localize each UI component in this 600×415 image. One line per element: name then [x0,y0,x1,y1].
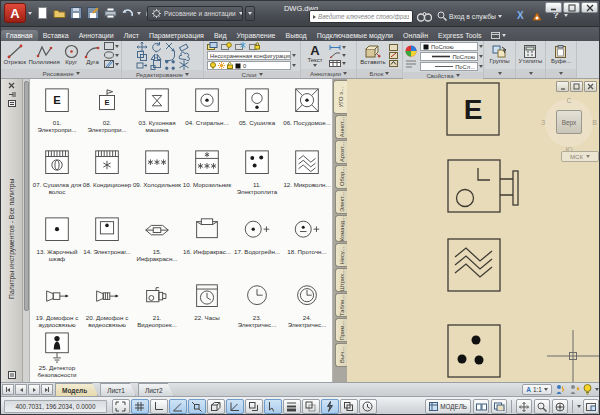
palette-item[interactable]: 03. Кухонная машина [132,87,182,149]
ribbon-tab[interactable]: Лист [119,30,144,41]
palette-tab[interactable]: Табли... [335,293,347,317]
palette-item[interactable]: 16. Инфракрас... [182,216,232,282]
palette-item[interactable]: 14. Электронаг... [82,216,132,282]
insert-block-button[interactable]: Вставить [359,45,387,66]
layout-tab[interactable]: Модель [55,383,98,396]
ribbon-tab[interactable]: Express Tools [433,30,486,41]
first-tab-button[interactable] [2,384,14,395]
block-attributes-tool[interactable] [389,60,398,67]
layer-off-icon[interactable] [221,42,232,50]
lineweight-toggle[interactable] [283,399,301,414]
doc-restore-button[interactable] [570,81,583,92]
create-block-tool[interactable] [389,44,398,51]
search-collapse-icon[interactable] [313,15,316,19]
layout-tab[interactable]: Лист2 [138,383,174,396]
ribbon-tab[interactable]: Управление [232,30,281,41]
palette-item[interactable]: 20. Домофон с видеосвязью [82,282,132,332]
polyline-button[interactable]: Полилиния [29,44,60,66]
binoculars-icon[interactable] [417,11,432,22]
modify-panel-title[interactable]: Редактирование [122,70,203,78]
palette-item[interactable]: 15. Инфракрасн... [132,216,182,282]
layer-properties-icon[interactable] [207,42,218,50]
color-wheel-icon[interactable] [405,45,417,57]
annotation-visibility-icon[interactable] [555,384,566,395]
palette-item[interactable]: 06. Посудомое... [282,87,332,149]
palette-scrollbar[interactable] [23,79,30,382]
layer-state-dropdown[interactable]: Несохраненная конфигурация сло... [207,51,291,60]
palette-item[interactable]: 12. Микроволн... [282,149,332,216]
palette-item[interactable]: 18. Проточн... [282,216,332,282]
palette-autohide-icon[interactable] [8,91,16,98]
lineweight-dropdown[interactable]: ПоСлою [420,52,478,61]
help-search-field[interactable]: Введите ключевое слово/фразу [309,10,413,23]
steering-wheel-button[interactable] [552,399,568,414]
palette-item[interactable]: E01. Электропри... [32,87,82,149]
layer-dropdown[interactable]: 0 [207,61,291,70]
palette-item[interactable]: 11. Электроплита [232,149,282,216]
ellipse-tool[interactable] [104,51,119,59]
quick-properties-toggle[interactable] [321,399,339,414]
zoom-button[interactable] [534,399,550,414]
palette-scrollbar-thumb[interactable] [24,81,29,311]
block-e[interactable]: E [446,82,500,136]
palette-tab[interactable]: Обор... [335,165,347,189]
annotation-scale-button[interactable]: А 1:1 [522,384,552,395]
ribbon-minimize-control[interactable] [491,32,506,41]
annotation-bulb-icon[interactable] [583,384,592,395]
viewcube[interactable]: С З Верх В Ю [539,97,599,153]
groups-panel-title[interactable] [484,69,515,78]
prev-tab-button[interactable] [15,384,27,395]
line-button[interactable]: Отрезок [3,44,27,66]
palette-item[interactable]: 13. Жарочный шкаф [32,216,82,282]
stretch-icon[interactable] [136,59,148,71]
doc-minimize-button[interactable] [556,81,569,92]
osnap-3d-toggle[interactable] [207,399,225,414]
palette-tab[interactable]: Аннот... [335,115,347,139]
groups-button[interactable]: Группы [490,45,510,65]
leader-tool[interactable] [329,52,346,59]
doc-close-button[interactable] [584,81,597,92]
grid-toggle[interactable] [131,399,149,414]
status-menu-caret[interactable] [577,405,581,408]
properties-panel-title[interactable]: Свойства [403,72,483,79]
utilities-button[interactable]: Утилиты [519,45,543,65]
selection-cycling-toggle[interactable] [340,399,358,414]
minimize-button[interactable] [545,2,562,13]
palette-item[interactable]: 04. Стиральн... [182,87,232,149]
block-projector[interactable] [447,159,521,213]
layer-freeze-icon[interactable] [235,42,246,50]
layout-tab[interactable]: Лист1 [100,383,136,396]
ortho-toggle[interactable] [150,399,168,414]
close-button[interactable] [581,2,598,13]
otrack-toggle[interactable] [226,399,244,414]
quick-view-drawings-button[interactable] [491,399,507,414]
annotation-panel-title[interactable]: Аннотации [301,69,356,78]
palette-tab[interactable]: УГО э... [333,80,347,114]
hatch-tool[interactable] [104,60,119,68]
auto-annotate-icon[interactable] [569,384,580,395]
annotation-monitor-toggle[interactable] [359,399,377,414]
polar-toggle[interactable] [169,399,187,414]
ribbon-tab[interactable]: Вставка [38,30,74,41]
drawing-area[interactable]: E С З Верх В Ю МСК Палитры [1,79,600,382]
palette-properties-icon[interactable] [8,100,16,107]
viewcube-west-label[interactable]: З [541,119,545,126]
viewcube-top-face[interactable]: Верх [556,110,582,134]
palette-tab[interactable]: Прим... [335,318,347,342]
ribbon-tab[interactable]: Главная [1,30,38,41]
object-color-dropdown[interactable]: ПоСлою [420,42,478,51]
palette-item[interactable]: 08. Кондиционер [82,149,132,216]
ribbon-tab[interactable]: Вывод [281,30,312,41]
palette-close-icon[interactable] [8,82,15,89]
arc-button[interactable]: Дуга [83,44,102,66]
help-caret-icon[interactable] [564,14,568,17]
palette-item[interactable]: 10. Морозильник [182,149,232,216]
palette-item[interactable]: 17. Водогрейн... [232,216,282,282]
palette-item[interactable]: 09. Холодильник [132,149,182,216]
palette-tab[interactable]: Выч... [335,343,347,367]
restore-button[interactable] [563,2,580,13]
draw-panel-title[interactable]: Рисование [1,69,121,78]
exchange-icon[interactable]: X [517,10,524,21]
palette-title-bar[interactable]: Палитры инструментов - Все палитры [1,79,23,382]
scale-icon[interactable] [150,59,162,71]
